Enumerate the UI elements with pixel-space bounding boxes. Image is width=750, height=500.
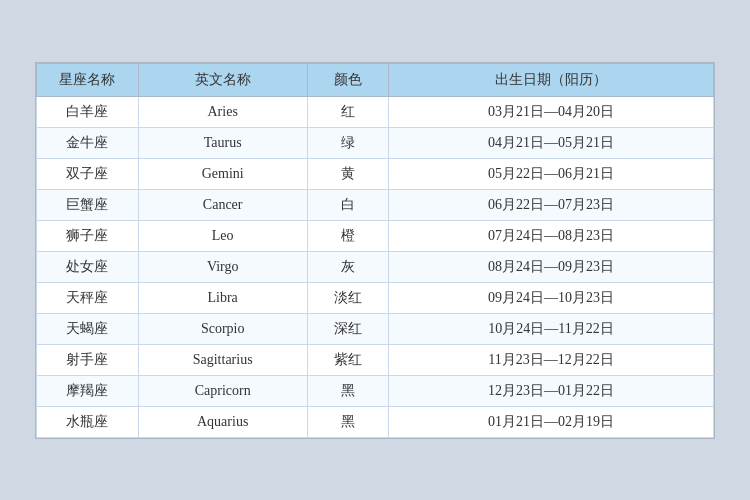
table-row: 天蝎座Scorpio深红10月24日—11月22日 bbox=[37, 313, 714, 344]
cell-en: Scorpio bbox=[138, 313, 307, 344]
table-row: 巨蟹座Cancer白06月22日—07月23日 bbox=[37, 189, 714, 220]
table-row: 双子座Gemini黄05月22日—06月21日 bbox=[37, 158, 714, 189]
cell-cn: 处女座 bbox=[37, 251, 139, 282]
table-row: 白羊座Aries红03月21日—04月20日 bbox=[37, 96, 714, 127]
table-row: 射手座Sagittarius紫红11月23日—12月22日 bbox=[37, 344, 714, 375]
cell-en: Taurus bbox=[138, 127, 307, 158]
cell-cn: 金牛座 bbox=[37, 127, 139, 158]
table-header-row: 星座名称 英文名称 颜色 出生日期（阳历） bbox=[37, 63, 714, 96]
cell-en: Leo bbox=[138, 220, 307, 251]
cell-date: 11月23日—12月22日 bbox=[389, 344, 714, 375]
cell-cn: 双子座 bbox=[37, 158, 139, 189]
cell-en: Virgo bbox=[138, 251, 307, 282]
zodiac-table: 星座名称 英文名称 颜色 出生日期（阳历） 白羊座Aries红03月21日—04… bbox=[36, 63, 714, 438]
cell-en: Sagittarius bbox=[138, 344, 307, 375]
header-en: 英文名称 bbox=[138, 63, 307, 96]
cell-cn: 白羊座 bbox=[37, 96, 139, 127]
cell-cn: 射手座 bbox=[37, 344, 139, 375]
cell-date: 06月22日—07月23日 bbox=[389, 189, 714, 220]
cell-cn: 水瓶座 bbox=[37, 406, 139, 437]
cell-color: 黑 bbox=[307, 406, 388, 437]
cell-color: 紫红 bbox=[307, 344, 388, 375]
cell-en: Aries bbox=[138, 96, 307, 127]
cell-color: 淡红 bbox=[307, 282, 388, 313]
cell-cn: 天蝎座 bbox=[37, 313, 139, 344]
table-body: 白羊座Aries红03月21日—04月20日金牛座Taurus绿04月21日—0… bbox=[37, 96, 714, 437]
cell-date: 05月22日—06月21日 bbox=[389, 158, 714, 189]
zodiac-table-container: 星座名称 英文名称 颜色 出生日期（阳历） 白羊座Aries红03月21日—04… bbox=[35, 62, 715, 439]
cell-cn: 摩羯座 bbox=[37, 375, 139, 406]
cell-date: 03月21日—04月20日 bbox=[389, 96, 714, 127]
cell-en: Aquarius bbox=[138, 406, 307, 437]
cell-color: 黄 bbox=[307, 158, 388, 189]
table-row: 天秤座Libra淡红09月24日—10月23日 bbox=[37, 282, 714, 313]
cell-date: 09月24日—10月23日 bbox=[389, 282, 714, 313]
cell-color: 红 bbox=[307, 96, 388, 127]
cell-date: 04月21日—05月21日 bbox=[389, 127, 714, 158]
table-row: 摩羯座Capricorn黑12月23日—01月22日 bbox=[37, 375, 714, 406]
header-cn: 星座名称 bbox=[37, 63, 139, 96]
cell-color: 深红 bbox=[307, 313, 388, 344]
cell-color: 绿 bbox=[307, 127, 388, 158]
header-color: 颜色 bbox=[307, 63, 388, 96]
cell-en: Cancer bbox=[138, 189, 307, 220]
cell-en: Capricorn bbox=[138, 375, 307, 406]
cell-color: 橙 bbox=[307, 220, 388, 251]
cell-color: 黑 bbox=[307, 375, 388, 406]
table-row: 水瓶座Aquarius黑01月21日—02月19日 bbox=[37, 406, 714, 437]
cell-cn: 天秤座 bbox=[37, 282, 139, 313]
cell-cn: 狮子座 bbox=[37, 220, 139, 251]
cell-date: 07月24日—08月23日 bbox=[389, 220, 714, 251]
table-row: 处女座Virgo灰08月24日—09月23日 bbox=[37, 251, 714, 282]
header-date: 出生日期（阳历） bbox=[389, 63, 714, 96]
table-row: 金牛座Taurus绿04月21日—05月21日 bbox=[37, 127, 714, 158]
cell-en: Libra bbox=[138, 282, 307, 313]
table-row: 狮子座Leo橙07月24日—08月23日 bbox=[37, 220, 714, 251]
cell-color: 白 bbox=[307, 189, 388, 220]
cell-date: 01月21日—02月19日 bbox=[389, 406, 714, 437]
cell-en: Gemini bbox=[138, 158, 307, 189]
cell-date: 08月24日—09月23日 bbox=[389, 251, 714, 282]
cell-cn: 巨蟹座 bbox=[37, 189, 139, 220]
cell-color: 灰 bbox=[307, 251, 388, 282]
cell-date: 10月24日—11月22日 bbox=[389, 313, 714, 344]
cell-date: 12月23日—01月22日 bbox=[389, 375, 714, 406]
